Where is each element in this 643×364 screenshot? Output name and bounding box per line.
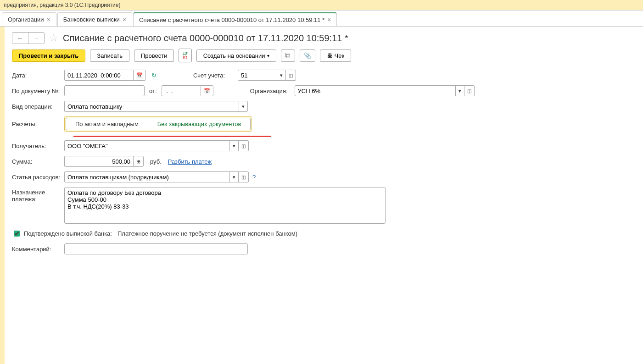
- tab-label: Списание с расчетного счета 0000-000010 …: [139, 17, 324, 23]
- cheque-label: Чек: [335, 52, 345, 59]
- toolbar: Провести и закрыть Записать Провести ДтК…: [12, 49, 636, 62]
- from-label: от:: [149, 88, 157, 94]
- chevron-down-icon: ▾: [267, 53, 269, 58]
- sum-label: Сумма:: [12, 158, 62, 165]
- calc-toggle: По актам и накладным Без закрывающих док…: [64, 116, 252, 132]
- optype-input[interactable]: [64, 101, 239, 112]
- close-icon[interactable]: ×: [327, 16, 331, 23]
- post-and-close-button[interactable]: Провести и закрыть: [12, 50, 85, 62]
- tab-writeoff[interactable]: Списание с расчетного счета 0000-000010 …: [133, 12, 337, 26]
- attach-button[interactable]: 📎: [300, 50, 315, 62]
- confirmed-label: Подтверждено выпиской банка:: [24, 230, 112, 237]
- main-content: ← → ☆ Списание с расчетного счета 0000-0…: [5, 27, 643, 364]
- confirmed-note: Платежное поручение не требуется (докуме…: [117, 230, 297, 237]
- star-icon[interactable]: ☆: [49, 32, 58, 44]
- optype-label: Вид операции:: [12, 103, 62, 110]
- side-strip: [0, 27, 5, 364]
- chevron-down-icon[interactable]: ▾: [277, 70, 286, 81]
- purpose-textarea[interactable]: [64, 187, 386, 224]
- date-input[interactable]: [64, 70, 133, 81]
- open-icon[interactable]: ◫: [464, 85, 475, 96]
- comment-input[interactable]: [64, 243, 248, 254]
- purpose-label: Назначение платежа:: [12, 187, 62, 203]
- refresh-icon[interactable]: ↻: [151, 72, 157, 79]
- dtkt-button[interactable]: ДтКт: [179, 49, 191, 62]
- close-icon[interactable]: ×: [123, 16, 126, 23]
- nav-back-button[interactable]: ←: [12, 33, 28, 44]
- help-icon[interactable]: ?: [252, 174, 256, 181]
- tab-bank-statements[interactable]: Банковские выписки ×: [57, 12, 132, 26]
- cheque-button[interactable]: 🖶 Чек: [320, 50, 352, 62]
- page-title: Списание с расчетного счета 0000-000010 …: [63, 33, 348, 44]
- nav-buttons: ← →: [12, 32, 45, 44]
- open-icon[interactable]: ◫: [239, 140, 249, 151]
- account-input[interactable]: [238, 70, 277, 81]
- calc-opt-acts[interactable]: По актам и накладным: [66, 118, 148, 130]
- confirmed-checkbox[interactable]: [14, 231, 20, 237]
- sum-input[interactable]: [64, 156, 133, 167]
- docnum-input[interactable]: [64, 85, 145, 96]
- create-based-button[interactable]: Создать на основании ▾: [196, 50, 276, 62]
- chevron-down-icon[interactable]: ▾: [229, 171, 239, 182]
- highlight-underline: [73, 136, 271, 137]
- calendar-icon[interactable]: 📅: [133, 70, 146, 81]
- org-input[interactable]: [295, 85, 455, 96]
- tab-label: Банковские выписки: [63, 16, 120, 23]
- paperclip-icon: 📎: [304, 52, 311, 59]
- calculator-icon[interactable]: ⊞: [133, 156, 144, 167]
- close-icon[interactable]: ×: [47, 16, 50, 23]
- account-label: Счет учета:: [193, 72, 232, 79]
- docnum-label: По документу №:: [12, 88, 62, 94]
- calendar-icon[interactable]: 📅: [201, 85, 213, 96]
- dtkt-icon: ДтКт: [183, 51, 187, 60]
- post-button[interactable]: Провести: [134, 50, 174, 62]
- comment-label: Комментарий:: [12, 246, 62, 253]
- nav-forward-button[interactable]: →: [28, 33, 44, 44]
- org-label: Организация:: [250, 88, 289, 94]
- calc-opt-noclose[interactable]: Без закрывающих документов: [148, 118, 251, 130]
- create-based-label: Создать на основании: [203, 52, 265, 59]
- expense-label: Статья расходов:: [12, 174, 62, 181]
- open-icon[interactable]: ◫: [286, 70, 296, 81]
- date-label: Дата:: [12, 72, 62, 79]
- tab-label: Организации: [8, 16, 44, 23]
- split-payment-link[interactable]: Разбить платеж: [168, 158, 212, 165]
- save-button[interactable]: Записать: [90, 50, 129, 62]
- recipient-input[interactable]: [64, 140, 229, 151]
- chevron-down-icon[interactable]: ▾: [239, 101, 248, 112]
- expense-input[interactable]: [64, 171, 229, 182]
- from-date-input[interactable]: [162, 85, 201, 96]
- print-icon: 🖶: [327, 52, 333, 59]
- structure-icon: ⿻: [285, 52, 291, 59]
- window-title: предприятия, редакция 3.0 (1С:Предприяти…: [0, 0, 643, 11]
- tab-organizations[interactable]: Организации ×: [2, 12, 56, 26]
- currency-label: руб.: [150, 158, 162, 165]
- open-icon[interactable]: ◫: [239, 171, 249, 182]
- chevron-down-icon[interactable]: ▾: [229, 140, 239, 151]
- recipient-label: Получатель:: [12, 143, 62, 149]
- tabs-bar: Организации × Банковские выписки × Списа…: [0, 11, 643, 27]
- structure-button[interactable]: ⿻: [281, 50, 295, 62]
- calc-label: Расчеты:: [12, 121, 62, 127]
- chevron-down-icon[interactable]: ▾: [455, 85, 464, 96]
